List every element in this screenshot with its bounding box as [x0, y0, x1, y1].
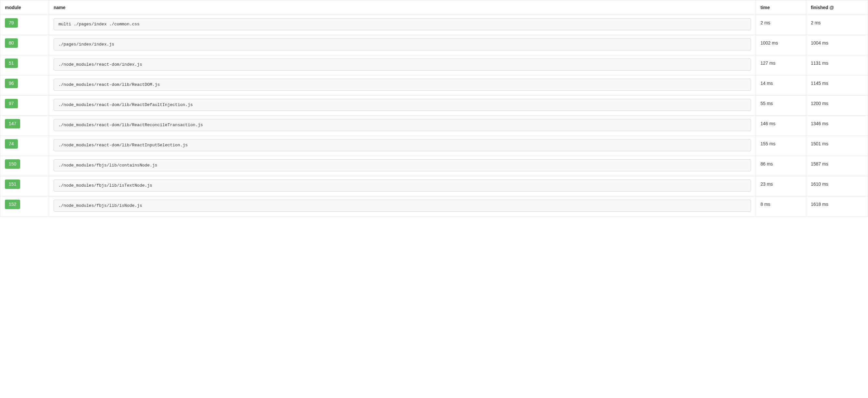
table-row: 80 ./pages/index/index.js 1002 ms 1004 m… [0, 35, 868, 55]
modules-table: module name time finished @ 79 multi ./p… [0, 0, 868, 217]
module-badge[interactable]: 151 [5, 179, 20, 189]
module-badge[interactable]: 74 [5, 139, 18, 149]
table-row: 150 ./node_modules/fbjs/lib/containsNode… [0, 156, 868, 176]
name-cell: ./node_modules/react-dom/index.js [49, 55, 756, 76]
name-cell: ./node_modules/react-dom/lib/ReactInputS… [49, 136, 756, 156]
finished-cell: 1618 ms [806, 196, 868, 217]
finished-cell: 1587 ms [806, 156, 868, 176]
finished-cell: 2 ms [806, 15, 868, 35]
time-cell: 1002 ms [756, 35, 806, 55]
header-module[interactable]: module [0, 0, 49, 15]
name-path: ./node_modules/react-dom/lib/ReactDefaul… [54, 99, 751, 111]
module-cell: 151 [0, 176, 49, 196]
finished-cell: 1200 ms [806, 95, 868, 116]
table-row: 96 ./node_modules/react-dom/lib/ReactDOM… [0, 76, 868, 95]
module-badge[interactable]: 152 [5, 200, 20, 209]
name-path: ./node_modules/react-dom/lib/ReactInputS… [54, 139, 751, 151]
time-cell: 155 ms [756, 136, 806, 156]
finished-cell: 1610 ms [806, 176, 868, 196]
module-badge[interactable]: 147 [5, 119, 20, 129]
module-cell: 74 [0, 136, 49, 156]
module-badge[interactable]: 97 [5, 99, 18, 108]
finished-cell: 1501 ms [806, 136, 868, 156]
module-cell: 97 [0, 95, 49, 116]
name-path: ./node_modules/fbjs/lib/isTextNode.js [54, 179, 751, 192]
module-cell: 96 [0, 76, 49, 95]
module-badge[interactable]: 80 [5, 38, 18, 48]
time-cell: 55 ms [756, 95, 806, 116]
finished-cell: 1004 ms [806, 35, 868, 55]
module-cell: 80 [0, 35, 49, 55]
name-path: ./node_modules/react-dom/index.js [54, 59, 751, 70]
header-time[interactable]: time [756, 0, 806, 15]
table-row: 79 multi ./pages/index ./common.css 2 ms… [0, 15, 868, 35]
name-cell: multi ./pages/index ./common.css [49, 15, 756, 35]
name-path: ./node_modules/react-dom/lib/ReactReconc… [54, 119, 751, 131]
name-cell: ./node_modules/react-dom/lib/ReactDefaul… [49, 95, 756, 116]
time-cell: 23 ms [756, 176, 806, 196]
name-cell: ./node_modules/react-dom/lib/ReactReconc… [49, 116, 756, 136]
module-cell: 79 [0, 15, 49, 35]
module-badge[interactable]: 51 [5, 59, 18, 68]
header-name[interactable]: name [49, 0, 756, 15]
header-finished[interactable]: finished @ [806, 0, 868, 15]
name-cell: ./node_modules/fbjs/lib/isTextNode.js [49, 176, 756, 196]
time-cell: 8 ms [756, 196, 806, 217]
module-cell: 150 [0, 156, 49, 176]
time-cell: 86 ms [756, 156, 806, 176]
table-row: 151 ./node_modules/fbjs/lib/isTextNode.j… [0, 176, 868, 196]
name-path: ./pages/index/index.js [54, 38, 751, 50]
time-cell: 146 ms [756, 116, 806, 136]
name-path: ./node_modules/fbjs/lib/containsNode.js [54, 159, 751, 171]
table-row: 152 ./node_modules/fbjs/lib/isNode.js 8 … [0, 196, 868, 217]
finished-cell: 1346 ms [806, 116, 868, 136]
name-path: ./node_modules/react-dom/lib/ReactDOM.js [54, 79, 751, 91]
module-cell: 147 [0, 116, 49, 136]
name-cell: ./pages/index/index.js [49, 35, 756, 55]
name-cell: ./node_modules/fbjs/lib/isNode.js [49, 196, 756, 217]
module-badge[interactable]: 79 [5, 18, 18, 28]
table-row: 74 ./node_modules/react-dom/lib/ReactInp… [0, 136, 868, 156]
table-row: 97 ./node_modules/react-dom/lib/ReactDef… [0, 95, 868, 116]
table-header-row: module name time finished @ [0, 0, 868, 15]
time-cell: 14 ms [756, 76, 806, 95]
time-cell: 127 ms [756, 55, 806, 76]
name-path: ./node_modules/fbjs/lib/isNode.js [54, 200, 751, 212]
time-cell: 2 ms [756, 15, 806, 35]
finished-cell: 1131 ms [806, 55, 868, 76]
name-path: multi ./pages/index ./common.css [54, 18, 751, 30]
module-badge[interactable]: 150 [5, 159, 20, 169]
finished-cell: 1145 ms [806, 76, 868, 95]
module-cell: 152 [0, 196, 49, 217]
module-badge[interactable]: 96 [5, 79, 18, 88]
module-cell: 51 [0, 55, 49, 76]
name-cell: ./node_modules/fbjs/lib/containsNode.js [49, 156, 756, 176]
table-row: 147 ./node_modules/react-dom/lib/ReactRe… [0, 116, 868, 136]
table-row: 51 ./node_modules/react-dom/index.js 127… [0, 55, 868, 76]
name-cell: ./node_modules/react-dom/lib/ReactDOM.js [49, 76, 756, 95]
